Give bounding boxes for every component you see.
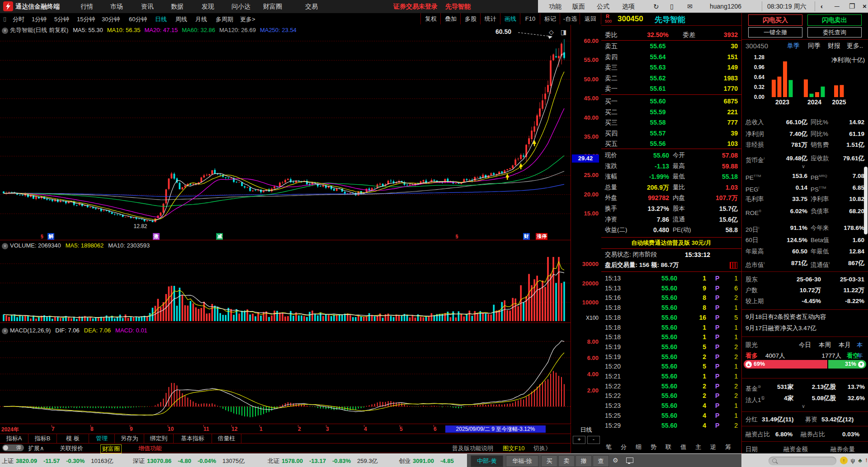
period-tab-分时[interactable]: 分时 <box>13 15 24 23</box>
news-line[interactable]: 9月17日融资净买入3.47亿 <box>745 324 816 332</box>
tab-管理[interactable]: 管理 <box>89 434 115 443</box>
menu-问小达[interactable]: 问小达 <box>231 3 250 11</box>
tick-row[interactable]: 15:2255.602P2 <box>601 382 741 391</box>
tick-row[interactable]: 15:2055.605P1 <box>601 362 741 371</box>
tick-row[interactable]: 15:1355.609P6 <box>601 284 741 293</box>
date-axis[interactable]: 2024年 2025/09/09/二 9 至今涨幅-3.12% 78910111… <box>0 425 571 434</box>
news-line[interactable]: 9月18日有2条投资者互动内容 <box>745 313 826 321</box>
period-tab-月线[interactable]: 月线 <box>195 15 207 23</box>
tab-扩展∧[interactable]: 扩展∧ <box>28 444 44 453</box>
link-switch[interactable]: 切换》 <box>533 444 551 453</box>
window-close-button[interactable]: × <box>863 2 867 10</box>
tick-row[interactable]: 15:2155.601P1 <box>601 372 741 381</box>
period-tab-30分钟[interactable]: 30分钟 <box>102 15 120 23</box>
mail-icon[interactable]: ✉ <box>687 3 693 10</box>
tick-row[interactable]: 15:2955.604P2 <box>601 421 741 430</box>
tab-指标A[interactable]: 指标A <box>0 434 28 443</box>
taskbar-卖[interactable]: 卖 <box>558 455 575 467</box>
event-marker-涨停[interactable]: 涨停 <box>536 233 547 240</box>
link-f10[interactable]: 图文F10 <box>503 444 524 453</box>
tab-倍量柱[interactable]: 倍量柱 <box>212 434 241 443</box>
window-back-button[interactable]: ‹ <box>821 2 823 10</box>
tool-多股[interactable]: 多股 <box>460 13 481 24</box>
view-tab-更多..[interactable]: 更多.. <box>847 42 863 50</box>
event-marker-§[interactable]: § <box>40 233 44 240</box>
stock-name[interactable]: 先导智能 <box>655 14 685 25</box>
tool--自选[interactable]: -自选 <box>560 13 580 24</box>
taskbar-买[interactable]: 买 <box>541 455 557 467</box>
period-tab-更多>[interactable]: 更多> <box>240 15 255 23</box>
mini-tab-主[interactable]: 主 <box>695 443 701 451</box>
zoom-out-button[interactable]: - <box>587 436 600 444</box>
period-tab-60分钟[interactable]: 60分钟 <box>129 15 147 23</box>
menu-数据[interactable]: 数据 <box>171 3 184 11</box>
order-query-button[interactable]: 委托查询 <box>807 27 862 37</box>
period-tab-1分钟[interactable]: 1分钟 <box>32 15 47 23</box>
flash-buy-button[interactable]: 闪电买入 <box>748 14 802 26</box>
view-tab-单季[interactable]: 单季 <box>787 42 800 50</box>
period-tab-日线[interactable]: 日线 <box>155 15 167 23</box>
ask-row[interactable]: 卖四55.64151 <box>601 52 741 62</box>
menu-行情[interactable]: 行情 <box>80 3 93 11</box>
bid-row[interactable]: 买四55.5739 <box>601 128 741 138</box>
tool-复权[interactable]: 复权 <box>420 13 441 24</box>
expand-chevron-icon[interactable]: ∨ <box>802 163 805 169</box>
event-marker-解[interactable]: 解 <box>47 233 54 240</box>
expand-chevron-icon[interactable]: ∨ <box>802 403 805 409</box>
event-marker-财[interactable]: 财 <box>523 233 530 240</box>
scrollbar-thumb[interactable] <box>864 167 868 234</box>
split-square-icon[interactable]: ◨ <box>561 28 566 36</box>
view-tab-财报[interactable]: 财报 <box>828 42 840 50</box>
antenna-icon[interactable]: ψ <box>849 457 857 464</box>
menu-版面[interactable]: 版面 <box>572 3 585 11</box>
period-tab-多周期[interactable]: 多周期 <box>216 15 233 23</box>
coin-icon[interactable]: ↑ <box>840 457 848 464</box>
username[interactable]: huang1206 <box>710 3 741 10</box>
ask-row[interactable]: 卖二55.621983 <box>601 73 741 83</box>
bid-row[interactable]: 买二55.59221 <box>601 107 741 117</box>
tool-画线[interactable]: 画线 <box>500 13 520 24</box>
mini-tab-筹[interactable]: 筹 <box>725 443 731 451</box>
menu-公式[interactable]: 公式 <box>597 3 609 11</box>
mobile-icon[interactable]: ▯ <box>670 3 674 10</box>
sentiment-tab-今日[interactable]: 今日 <box>799 340 811 350</box>
sentiment-tab-本月[interactable]: 本月 <box>839 340 851 350</box>
back-button[interactable]: 返回 <box>580 13 601 24</box>
tick-row[interactable]: 15:1955.605P2 <box>601 342 741 352</box>
tool-F10[interactable]: F10 <box>520 13 540 24</box>
tab-财富圈[interactable]: 财富圈 <box>100 444 122 453</box>
menu-功能[interactable]: 功能 <box>549 3 561 11</box>
event-marker-§[interactable]: § <box>454 233 459 240</box>
sentiment-tab-本周[interactable]: 本周 <box>819 340 831 350</box>
tool-叠加[interactable]: 叠加 <box>440 13 461 24</box>
event-marker-激[interactable]: 激 <box>153 233 160 240</box>
search-input[interactable] <box>769 457 836 465</box>
kline-chart-svg[interactable] <box>0 25 571 425</box>
tick-row[interactable]: 15:1855.608P1 <box>601 303 741 313</box>
tick-row[interactable]: 15:1655.608P2 <box>601 293 741 303</box>
mini-chart-icon[interactable] <box>730 262 737 269</box>
tick-row[interactable]: 15:1855.601P1 <box>601 323 741 332</box>
tick-row[interactable]: 15:1955.602P2 <box>601 352 741 362</box>
ask-row[interactable]: 卖三55.63149 <box>601 62 741 72</box>
tool-统计[interactable]: 统计 <box>480 13 500 24</box>
period-tab-周线[interactable]: 周线 <box>175 15 187 23</box>
alert-icon[interactable]: ! <box>863 457 868 464</box>
mini-tab-细[interactable]: 细 <box>636 443 642 451</box>
menu-资讯[interactable]: 资讯 <box>141 3 154 11</box>
tab-指标B[interactable]: 指标B <box>28 434 57 443</box>
ask-row[interactable]: 卖五55.6530 <box>601 41 741 51</box>
taskbar-撤[interactable]: 撤 <box>576 455 592 467</box>
diamond-overlay-icon[interactable]: ◇ <box>549 28 554 36</box>
period-tab-5分钟[interactable]: 5分钟 <box>54 15 69 23</box>
window-minimize-button[interactable]: ─ <box>835 2 840 10</box>
tab-另存为[interactable]: 另存为 <box>115 434 144 443</box>
event-marker-减[interactable]: 减 <box>216 233 223 240</box>
bid-row[interactable]: 买一55.606875 <box>601 96 741 106</box>
mini-tab-势[interactable]: 势 <box>651 443 656 451</box>
menu-市场[interactable]: 市场 <box>110 3 123 11</box>
monitor-icon[interactable] <box>626 458 633 463</box>
ask-row[interactable]: 卖一55.611770 <box>601 84 741 93</box>
tick-row[interactable]: 15:2355.604P1 <box>601 401 741 411</box>
menu-交易[interactable]: 交易 <box>305 3 318 11</box>
